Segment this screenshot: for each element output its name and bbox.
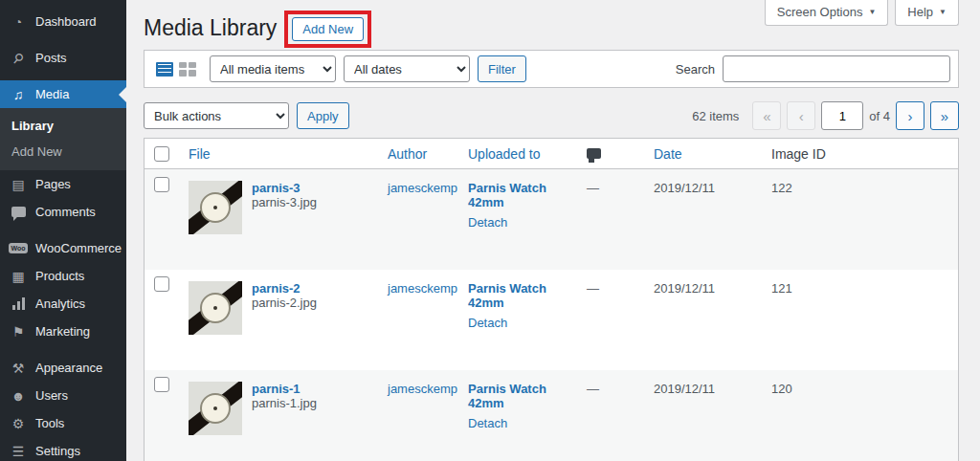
sidebar-item-tools[interactable]: ⚙ Tools: [0, 409, 126, 437]
wordpress-admin: ◔ Dashboard ⚲ Posts ♫ Media Library Add …: [0, 0, 980, 461]
chevron-down-icon: ▼: [868, 8, 876, 16]
table-row: parnis-3 parnis-3.jpg jamesckemp Parnis …: [145, 169, 958, 270]
megaphone-icon: ⚑: [10, 325, 27, 339]
upload-date: 2019/12/11: [654, 382, 715, 396]
uploaded-to-link[interactable]: Parnis Watch 42mm: [468, 281, 568, 310]
detach-link[interactable]: Detach: [468, 215, 568, 230]
column-header-file[interactable]: File: [179, 139, 378, 169]
submenu-item-library[interactable]: Library: [0, 113, 126, 139]
sidebar-item-appearance[interactable]: ⚒ Appearance: [0, 354, 126, 382]
user-icon: ☻: [10, 389, 27, 403]
sidebar-item-marketing[interactable]: ⚑ Marketing: [0, 318, 126, 345]
sidebar-item-label: Marketing: [35, 324, 90, 339]
media-thumbnail[interactable]: [189, 281, 242, 335]
sidebar-item-settings[interactable]: ☰ Settings: [0, 437, 126, 461]
row-checkbox[interactable]: [154, 177, 169, 192]
image-id: 122: [771, 181, 792, 195]
apply-button[interactable]: Apply: [297, 102, 349, 129]
image-id: 120: [771, 382, 792, 396]
main-content: Screen Options ▼ Help ▼ Media Library Ad…: [126, 0, 980, 461]
media-filename: parnis-1.jpg: [252, 396, 317, 410]
media-title-link[interactable]: parnis-1: [252, 382, 317, 396]
uploaded-to-link[interactable]: Parnis Watch 42mm: [468, 181, 568, 209]
detach-link[interactable]: Detach: [468, 316, 568, 330]
help-button[interactable]: Help ▼: [895, 0, 959, 26]
column-header-uploaded-to[interactable]: Uploaded to: [458, 139, 577, 169]
bulk-actions-row: Bulk actions Apply 62 items « ‹ of 4 › »: [144, 101, 959, 130]
woocommerce-logo-icon: Woo: [10, 243, 27, 253]
sidebar-item-media[interactable]: ♫ Media: [0, 80, 126, 108]
sidebar-item-comments[interactable]: Comments: [0, 198, 126, 226]
sidebar-item-posts[interactable]: ⚲ Posts: [0, 44, 126, 72]
date-filter-select[interactable]: All dates: [344, 55, 470, 82]
paintbrush-icon: ⚒: [10, 362, 27, 375]
sidebar-item-label: Media: [35, 87, 69, 101]
prev-page-button[interactable]: ‹: [787, 101, 815, 130]
media-thumbnail[interactable]: [189, 382, 242, 435]
sidebar-item-woocommerce[interactable]: Woo WooCommerce: [0, 234, 126, 262]
comment-bubble-icon: [587, 148, 601, 159]
media-icon: ♫: [10, 88, 27, 101]
search-input[interactable]: [723, 55, 950, 82]
comments-count: —: [587, 382, 599, 396]
media-submenu: Library Add New: [0, 108, 126, 170]
image-id: 121: [771, 281, 792, 296]
pushpin-icon: ⚲: [10, 52, 27, 65]
media-filename: parnis-3.jpg: [252, 195, 317, 209]
table-row: parnis-2 parnis-2.jpg jamesckemp Parnis …: [145, 270, 958, 370]
row-checkbox[interactable]: [154, 276, 169, 292]
sidebar-item-label: Analytics: [35, 296, 85, 311]
select-all-checkbox[interactable]: [154, 146, 169, 162]
media-title-link[interactable]: parnis-2: [252, 281, 317, 296]
media-thumbnail[interactable]: [189, 181, 242, 234]
bulk-actions-select[interactable]: Bulk actions: [144, 102, 289, 129]
settings-sliders-icon: ☰: [10, 445, 27, 458]
uploaded-to-link[interactable]: Parnis Watch 42mm: [468, 382, 568, 410]
media-title-link[interactable]: parnis-3: [252, 181, 317, 195]
sidebar-item-label: Dashboard: [35, 14, 97, 29]
list-view-icon[interactable]: [156, 62, 173, 77]
column-header-comments[interactable]: [577, 139, 644, 169]
filter-button[interactable]: Filter: [478, 55, 526, 82]
products-box-icon: ▦: [10, 270, 27, 283]
sidebar-item-pages[interactable]: ▤ Pages: [0, 170, 126, 198]
submenu-item-add-new[interactable]: Add New: [0, 139, 126, 165]
row-checkbox[interactable]: [154, 377, 169, 392]
current-page-input[interactable]: [821, 101, 863, 130]
upload-date: 2019/12/11: [654, 281, 715, 296]
sidebar-item-label: Tools: [35, 416, 64, 430]
detach-link[interactable]: Detach: [468, 416, 568, 430]
comments-count: —: [587, 281, 599, 296]
submenu-item-label: Library: [11, 119, 54, 133]
sidebar-item-dashboard[interactable]: ◔ Dashboard: [0, 8, 126, 35]
media-filename: parnis-2.jpg: [252, 296, 317, 310]
sidebar-item-label: Users: [35, 388, 68, 403]
dashboard-gauge-icon: ◔: [10, 15, 27, 29]
sidebar-item-products[interactable]: ▦ Products: [0, 262, 126, 290]
column-header-date[interactable]: Date: [644, 139, 762, 169]
table-header-row: File Author Uploaded to Date Image ID: [145, 139, 958, 169]
annotation-box: Add New: [284, 11, 371, 48]
last-page-button[interactable]: »: [930, 101, 959, 130]
author-link[interactable]: jamesckemp: [388, 281, 457, 296]
sidebar-item-users[interactable]: ☻ Users: [0, 382, 126, 409]
current-item-notch: [119, 87, 126, 102]
next-page-button[interactable]: ›: [896, 101, 924, 130]
media-toolbar: All media items All dates Filter Search: [144, 50, 959, 88]
comment-bubble-icon: [10, 207, 27, 217]
page-title: Media Library: [144, 14, 277, 43]
grid-view-icon[interactable]: [179, 62, 196, 77]
first-page-button[interactable]: «: [752, 101, 781, 130]
items-count: 62 items: [692, 109, 739, 123]
bar-chart-icon: [10, 297, 27, 310]
comments-count: —: [587, 181, 599, 195]
author-link[interactable]: jamesckemp: [388, 181, 457, 195]
author-link[interactable]: jamesckemp: [388, 382, 457, 396]
media-type-filter-select[interactable]: All media items: [210, 55, 336, 82]
column-header-author[interactable]: Author: [378, 139, 458, 169]
add-new-button[interactable]: Add New: [292, 17, 364, 41]
screen-options-button[interactable]: Screen Options ▼: [765, 0, 889, 26]
sidebar-item-analytics[interactable]: Analytics: [0, 290, 126, 318]
pages-icon: ▤: [10, 178, 27, 191]
chevron-down-icon: ▼: [939, 8, 947, 16]
